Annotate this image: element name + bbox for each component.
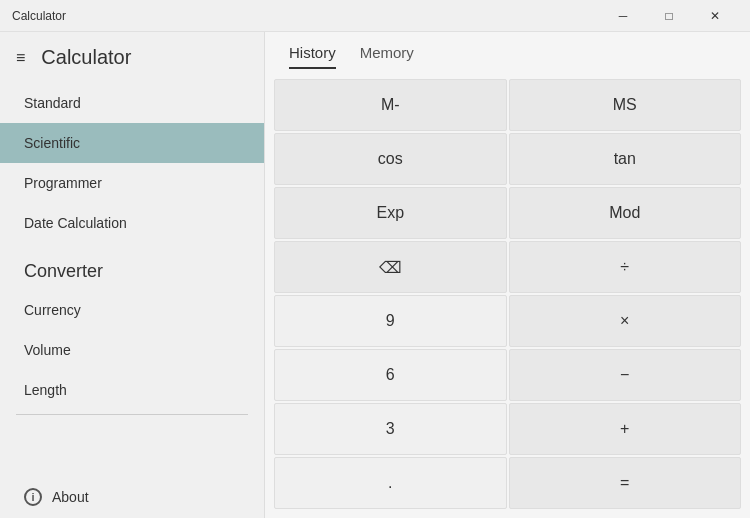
mod-button[interactable]: Mod (509, 187, 742, 239)
title-bar: Calculator ─ □ ✕ (0, 0, 750, 32)
divide-button[interactable]: ÷ (509, 241, 742, 293)
three-button[interactable]: 3 (274, 403, 507, 455)
calc-row-1: M- MS (273, 78, 742, 132)
tab-history[interactable]: History (289, 44, 336, 69)
title-bar-title: Calculator (12, 9, 600, 23)
calc-row-7: 3 + (273, 402, 742, 456)
tabs-row: History Memory (281, 32, 734, 69)
sidebar-item-currency[interactable]: Currency (0, 290, 264, 330)
sidebar-item-programmer[interactable]: Programmer (0, 163, 264, 203)
minimize-button[interactable]: ─ (600, 0, 646, 32)
calc-row-8: . = (273, 456, 742, 510)
add-button[interactable]: + (509, 403, 742, 455)
calc-row-3: Exp Mod (273, 186, 742, 240)
sidebar-item-date-calculation[interactable]: Date Calculation (0, 203, 264, 243)
about-label: About (52, 489, 89, 505)
multiply-button[interactable]: × (509, 295, 742, 347)
sidebar-item-length[interactable]: Length (0, 370, 264, 410)
calc-row-2: cos tan (273, 132, 742, 186)
backspace-button[interactable]: ⌫ (274, 241, 507, 293)
calc-row-4: ⌫ ÷ (273, 240, 742, 294)
sidebar-divider (16, 414, 248, 415)
sidebar-app-title: Calculator (41, 46, 131, 69)
calc-row-5: 9 × (273, 294, 742, 348)
cos-button[interactable]: cos (274, 133, 507, 185)
nine-button[interactable]: 9 (274, 295, 507, 347)
sidebar: ≡ Calculator Standard Scientific Program… (0, 32, 265, 518)
maximize-button[interactable]: □ (646, 0, 692, 32)
sidebar-header: ≡ Calculator (0, 32, 264, 83)
tab-memory[interactable]: Memory (360, 44, 414, 69)
app-body: ≡ Calculator Standard Scientific Program… (0, 32, 750, 518)
sidebar-item-scientific[interactable]: Scientific (0, 123, 264, 163)
history-area: History Memory 0 There's no history yet (265, 32, 750, 78)
close-button[interactable]: ✕ (692, 0, 738, 32)
tan-button[interactable]: tan (509, 133, 742, 185)
six-button[interactable]: 6 (274, 349, 507, 401)
equals-button[interactable]: = (509, 457, 742, 509)
decimal-button[interactable]: . (274, 457, 507, 509)
m-minus-button[interactable]: M- (274, 79, 507, 131)
sidebar-item-volume[interactable]: Volume (0, 330, 264, 370)
subtract-button[interactable]: − (509, 349, 742, 401)
main-content: History Memory 0 There's no history yet … (265, 32, 750, 518)
exp-button[interactable]: Exp (274, 187, 507, 239)
sidebar-about[interactable]: i About (0, 476, 264, 518)
calc-section: M- MS cos tan Exp Mod ⌫ ÷ 9 × 6 − (265, 78, 750, 518)
title-bar-controls: ─ □ ✕ (600, 0, 738, 32)
converter-section-label: Converter (0, 243, 264, 290)
hamburger-icon[interactable]: ≡ (16, 49, 25, 67)
sidebar-item-standard[interactable]: Standard (0, 83, 264, 123)
about-icon: i (24, 488, 42, 506)
calc-row-6: 6 − (273, 348, 742, 402)
ms-button[interactable]: MS (509, 79, 742, 131)
